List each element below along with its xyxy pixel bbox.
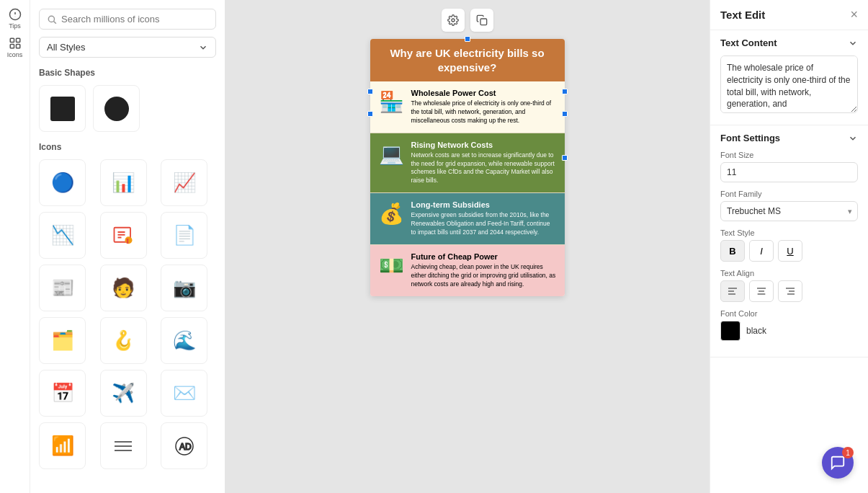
infographic: Why are UK electricity bills so expensiv… bbox=[370, 39, 565, 296]
svg-text:!: ! bbox=[127, 238, 128, 244]
nav-icons-label: Icons bbox=[7, 51, 23, 58]
text-content-section: Text Content The wholesale price of elec… bbox=[710, 30, 868, 125]
nav-tips-label: Tips bbox=[9, 22, 21, 30]
network-text: Network costs are set to increase signif… bbox=[411, 151, 556, 186]
list-item[interactable]: 📷 bbox=[161, 265, 207, 311]
infographic-section-future: 💵 Future of Cheap Power Achieving cheap,… bbox=[370, 245, 565, 296]
search-bar[interactable] bbox=[39, 9, 216, 30]
style-dropdown-label: All Styles bbox=[47, 42, 85, 53]
copy-icon bbox=[476, 14, 488, 26]
list-item[interactable]: 🗂️ bbox=[39, 317, 86, 364]
chat-bubble[interactable]: 1 bbox=[822, 447, 854, 479]
list-item[interactable]: ! bbox=[100, 212, 147, 259]
wholesale-heading: Wholesale Power Cost bbox=[411, 89, 556, 97]
infographic-section-network: 💻 Rising Network Costs Network costs are… bbox=[370, 133, 565, 194]
list-item[interactable]: AD bbox=[161, 422, 207, 469]
list-item[interactable]: 📄 bbox=[161, 212, 207, 259]
circle-shape bbox=[104, 97, 129, 121]
close-button[interactable]: × bbox=[850, 7, 858, 22]
basic-shapes-grid bbox=[39, 85, 216, 132]
svg-rect-6 bbox=[16, 45, 19, 48]
font-family-row: Font Family Trebuchet MS Arial Georgia T… bbox=[720, 190, 858, 221]
list-item[interactable]: 🧑 bbox=[100, 265, 147, 311]
main-canvas: Why are UK electricity bills so expensiv… bbox=[225, 0, 710, 493]
font-settings-title: Font Settings bbox=[720, 133, 780, 143]
search-input[interactable] bbox=[61, 14, 208, 25]
text-align-row-container: Text Align bbox=[720, 269, 858, 302]
font-size-row: Font Size bbox=[720, 151, 858, 182]
list-item[interactable]: 📶 bbox=[39, 422, 86, 469]
list-item[interactable]: ✉️ bbox=[161, 370, 207, 417]
svg-rect-4 bbox=[16, 38, 19, 42]
shape-circle[interactable] bbox=[93, 85, 140, 132]
chevron-down-icon bbox=[848, 38, 858, 48]
svg-point-7 bbox=[48, 16, 54, 22]
color-swatch[interactable] bbox=[720, 321, 741, 341]
network-icon: 💻 bbox=[379, 142, 404, 166]
list-item[interactable]: 📈 bbox=[161, 159, 207, 206]
color-name: black bbox=[746, 326, 766, 336]
bold-button[interactable]: B bbox=[720, 240, 745, 262]
underline-button[interactable]: U bbox=[778, 240, 802, 262]
align-left-icon bbox=[727, 285, 738, 297]
right-panel: Text Edit × Text Content The wholesale p… bbox=[710, 0, 868, 493]
italic-button[interactable]: I bbox=[749, 240, 774, 262]
icons-title: Icons bbox=[39, 142, 216, 152]
list-item[interactable]: 📰 bbox=[39, 265, 86, 311]
search-icon bbox=[47, 14, 57, 25]
text-content-title: Text Content bbox=[720, 37, 777, 48]
list-item[interactable]: 🪝 bbox=[100, 317, 147, 364]
svg-point-2 bbox=[14, 17, 15, 17]
svg-line-8 bbox=[54, 21, 56, 23]
network-heading: Rising Network Costs bbox=[411, 141, 556, 149]
square-shape bbox=[50, 97, 75, 121]
font-size-input[interactable] bbox=[720, 162, 858, 182]
font-family-select[interactable]: Trebuchet MS Arial Georgia Times New Rom… bbox=[720, 201, 858, 221]
nav-item-icons[interactable]: Icons bbox=[2, 35, 28, 61]
font-family-select-wrapper: Trebuchet MS Arial Georgia Times New Rom… bbox=[720, 201, 858, 221]
text-style-buttons: B I U bbox=[720, 240, 858, 262]
text-align-buttons bbox=[720, 280, 858, 302]
shape-square[interactable] bbox=[39, 85, 86, 132]
future-icon: 💵 bbox=[379, 254, 404, 277]
list-item[interactable] bbox=[100, 422, 147, 469]
gear-icon bbox=[447, 14, 459, 26]
list-item[interactable]: 📊 bbox=[100, 159, 147, 206]
align-center-icon bbox=[756, 285, 767, 297]
settings-tool-button[interactable] bbox=[442, 9, 465, 32]
list-item[interactable]: 📉 bbox=[39, 212, 86, 259]
svg-point-13 bbox=[125, 236, 133, 244]
align-left-button[interactable] bbox=[720, 280, 745, 302]
infographic-wrapper: Why are UK electricity bills so expensiv… bbox=[370, 39, 565, 296]
svg-rect-21 bbox=[480, 19, 487, 25]
font-settings-section-header[interactable]: Font Settings bbox=[710, 125, 868, 151]
align-right-icon bbox=[784, 285, 796, 297]
subsidies-heading: Long-term Subsidies bbox=[411, 200, 556, 209]
chat-badge: 1 bbox=[842, 447, 854, 458]
text-style-row-container: Text Style B I U bbox=[720, 228, 858, 262]
nav-item-tips[interactable]: Tips bbox=[2, 6, 28, 32]
list-item[interactable]: 🔵 bbox=[39, 159, 86, 206]
panel-title: Text Edit bbox=[720, 9, 765, 21]
list-item[interactable]: ✈️ bbox=[100, 370, 147, 417]
font-family-label: Font Family bbox=[720, 190, 858, 198]
infographic-header: Why are UK electricity bills so expensiv… bbox=[370, 39, 565, 81]
text-content-textarea[interactable]: The wholesale price of electricity is on… bbox=[720, 55, 858, 113]
font-settings-section-body: Font Size Font Family Trebuchet MS Arial… bbox=[710, 151, 868, 357]
copy-tool-button[interactable] bbox=[470, 9, 493, 32]
list-item[interactable]: 🌊 bbox=[161, 317, 207, 364]
infographic-section-wholesale: 🏪 Wholesale Power Cost The wholesale pri… bbox=[370, 81, 565, 133]
list-item[interactable]: 📅 bbox=[39, 370, 86, 417]
subsidies-text: Expensive green subsidies from the 2010s… bbox=[411, 211, 556, 237]
align-center-button[interactable] bbox=[749, 280, 774, 302]
font-settings-section: Font Settings Font Size Font Family Treb… bbox=[710, 125, 868, 357]
font-color-row: Font Color black bbox=[720, 309, 858, 341]
align-right-button[interactable] bbox=[778, 280, 802, 302]
color-row: black bbox=[720, 321, 858, 341]
subsidies-icon: 💰 bbox=[379, 202, 404, 226]
style-dropdown[interactable]: All Styles bbox=[39, 37, 216, 58]
text-content-section-header[interactable]: Text Content bbox=[710, 30, 868, 55]
text-style-label: Text Style bbox=[720, 228, 858, 237]
infographic-section-subsidies: 💰 Long-term Subsidies Expensive green su… bbox=[370, 193, 565, 245]
wholesale-icon: 🏪 bbox=[379, 90, 404, 114]
